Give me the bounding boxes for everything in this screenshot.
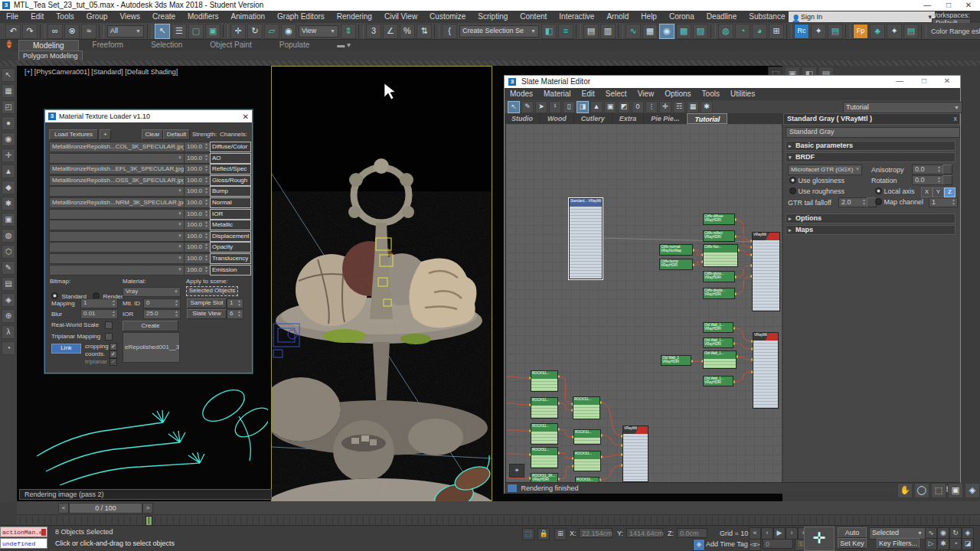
left-toolbar-icon-15[interactable]: ⊕ [2, 309, 15, 323]
fp-list-icon[interactable]: ▤ [903, 24, 919, 39]
texture-file-dropdown-5[interactable]: MetalBronzeRepolish...NRM_3K_SPECULAR.jp… [49, 197, 185, 208]
channel-button-ao[interactable]: AO [210, 153, 251, 164]
slate-menu-options[interactable]: Options [659, 88, 696, 100]
channel-button-translucency[interactable]: Translucency [210, 253, 251, 264]
menu-civil-view[interactable]: Civil View [378, 11, 423, 23]
left-toolbar-icon-7[interactable]: ◆ [2, 181, 15, 194]
y-coord-field[interactable]: 1414.64cm [626, 528, 663, 538]
close-icon[interactable]: ✕ [243, 111, 249, 123]
texture-file-dropdown-0[interactable]: MetalBronzeRepolish...COL_3K_SPECULAR.jp… [49, 142, 185, 152]
current-frame-display[interactable]: 0 / 100 [69, 503, 142, 514]
left-toolbar-icon-13[interactable]: ▤ [2, 277, 15, 291]
left-toolbar-icon-14[interactable]: ◈ [2, 293, 15, 307]
ribbon-tab-populate[interactable]: Populate [266, 40, 323, 51]
menu-animation[interactable]: Animation [225, 11, 271, 23]
show-shaded-icon[interactable]: 0 [632, 101, 644, 113]
coords-checkbox[interactable]: ✓ [109, 350, 117, 358]
select-object-icon[interactable]: ↖ [155, 24, 170, 39]
frame-number-field[interactable]: 0 [763, 539, 793, 549]
local-axis-radio[interactable]: Local axis [875, 187, 915, 195]
material-node-sel1[interactable]: Standard... VRayMtl [569, 198, 603, 279]
go-to-start-icon[interactable]: « [749, 527, 761, 540]
sample-slot-spinner[interactable]: 1▲▼ [227, 298, 243, 308]
rc-tools-icon[interactable]: ✦ [811, 24, 826, 39]
render-cloud-icon[interactable]: ◕ [752, 24, 767, 39]
close-icon[interactable]: x [954, 114, 958, 124]
select-by-material-icon[interactable]: ✱ [701, 101, 713, 113]
create-button[interactable]: Create [122, 321, 178, 331]
key-mode-icon[interactable]: ◅▻ [749, 539, 761, 551]
left-toolbar-icon-8[interactable]: ✱ [2, 197, 15, 210]
menu-corona[interactable]: Corona [663, 11, 701, 23]
rollout-basic-parameters[interactable]: ▸Basic parameters [786, 141, 956, 151]
render-grid-icon[interactable]: ⊞ [769, 24, 784, 39]
menu-edit[interactable]: Edit [24, 11, 50, 23]
layout-children-icon[interactable]: ✛ [659, 101, 671, 113]
rollout-brdf[interactable]: ▾BRDF [786, 152, 956, 162]
menu-deadline[interactable]: Deadline [701, 11, 743, 23]
left-toolbar-icon-17[interactable]: ◔ [2, 341, 15, 355]
material-node-g6[interactable]: Cliffs-normalVRayNorMap [659, 244, 693, 256]
hide-unused-slots-icon[interactable]: ▲ [590, 101, 603, 113]
material-node-b3[interactable]: ROCKS1... [531, 423, 558, 445]
material-node-g12[interactable]: Old Wall_1...VRayHDRI [703, 376, 733, 386]
texture-file-dropdown-6[interactable]: ▼ [49, 209, 185, 220]
render-rc-icon[interactable]: Rc [794, 24, 809, 39]
strength-spinner-10[interactable]: 100.0▲▼ [184, 253, 211, 264]
menu-file[interactable]: File [0, 11, 24, 23]
undo-icon[interactable]: ↶ [5, 24, 21, 39]
left-toolbar-icon-0[interactable]: ↖ [2, 68, 15, 82]
brdf-type-dropdown[interactable]: Microfacet GTR (GGX)▼ [788, 165, 862, 175]
use-glossiness-radio[interactable]: Use glossiness [789, 177, 844, 184]
map-channel-radio[interactable]: Map channel [875, 198, 923, 206]
node-graph-view[interactable]: ⌖ Standard... VRayMtlCliffs-normalVRayNo… [506, 124, 782, 482]
angle-snap-icon[interactable]: ∠ [383, 24, 398, 39]
texture-file-dropdown-8[interactable]: ▼ [49, 231, 185, 242]
slate-tab-wood[interactable]: Wood [541, 113, 574, 124]
strength-spinner-5[interactable]: 100.0▲▼ [184, 197, 211, 208]
prev-frame-icon[interactable]: ‹ [761, 527, 773, 540]
rollout-maps[interactable]: ▸Maps [786, 225, 956, 235]
channel-button-emission[interactable]: Emission [210, 265, 251, 276]
cropping-checkbox[interactable]: ✓ [109, 343, 117, 350]
axis-y-button[interactable]: Y [933, 187, 944, 197]
anisotropy-map-button[interactable] [942, 165, 952, 174]
slate-view-spinner[interactable]: 6▲▼ [227, 309, 243, 319]
material-node-nm[interactable]: ROCKS1... [573, 429, 601, 445]
material-node-comp[interactable]: ROCKS1... [573, 396, 600, 419]
left-toolbar-icon-10[interactable]: ◍ [2, 229, 15, 243]
material-node-r2[interactable]: VRayMtl [622, 425, 648, 482]
maxscript-listener-line2[interactable]: undefined [0, 538, 47, 549]
material-node-tp[interactable]: ROCKS1... [573, 451, 601, 471]
strength-spinner-8[interactable]: 100.0▲▼ [184, 231, 211, 242]
redo-icon[interactable]: ↷ [22, 24, 38, 39]
mirror-icon[interactable]: ◧ [541, 24, 557, 39]
add-row-button[interactable]: + [100, 129, 111, 140]
parameter-editor-icon[interactable]: ▦ [687, 101, 699, 113]
left-toolbar-icon-11[interactable]: ⬡ [2, 245, 15, 259]
view-navigator-dropdown[interactable]: Tutorial▼ [843, 102, 962, 113]
move-children-icon[interactable]: ◨ [577, 101, 589, 113]
channel-button-diffuse-color[interactable]: Diffuse/Color [210, 142, 251, 152]
slate-menu-edit[interactable]: Edit [577, 88, 600, 100]
maxscript-listener-line1[interactable]: actionMan.ex [0, 527, 47, 537]
menu-help[interactable]: Help [635, 11, 663, 23]
menu-group[interactable]: Group [80, 11, 114, 23]
texture-file-dropdown-4[interactable]: ▼ [49, 186, 185, 197]
material-node-b4[interactable]: ROCKS1... [531, 447, 558, 468]
select-by-name-icon[interactable]: ☰ [172, 24, 187, 39]
material-ior-spinner[interactable]: 25.0▲▼ [143, 309, 181, 319]
slate-tab-extra[interactable]: Extra [612, 113, 645, 124]
play-icon[interactable]: ▶ [773, 527, 786, 540]
clear-button[interactable]: Clear [142, 129, 163, 140]
rollout-options[interactable]: ▸Options [786, 214, 956, 223]
forest-pack-icon[interactable]: Fp [853, 24, 868, 39]
zoom-tool-icon[interactable]: ◯ [914, 483, 929, 498]
real-world-scale-checkbox[interactable] [105, 321, 113, 329]
material-name-box[interactable]: eRepolished001__3K_ [122, 332, 180, 363]
material-node-g10[interactable]: Old Wall_1... [703, 350, 737, 369]
layout-all-vertical-icon[interactable]: ⋮ [645, 101, 658, 113]
pan-hand-icon[interactable]: ✋ [897, 483, 913, 498]
material-name-field[interactable]: Standard Gray [786, 127, 960, 138]
maximize-viewport-icon[interactable]: ◪ [962, 538, 974, 550]
